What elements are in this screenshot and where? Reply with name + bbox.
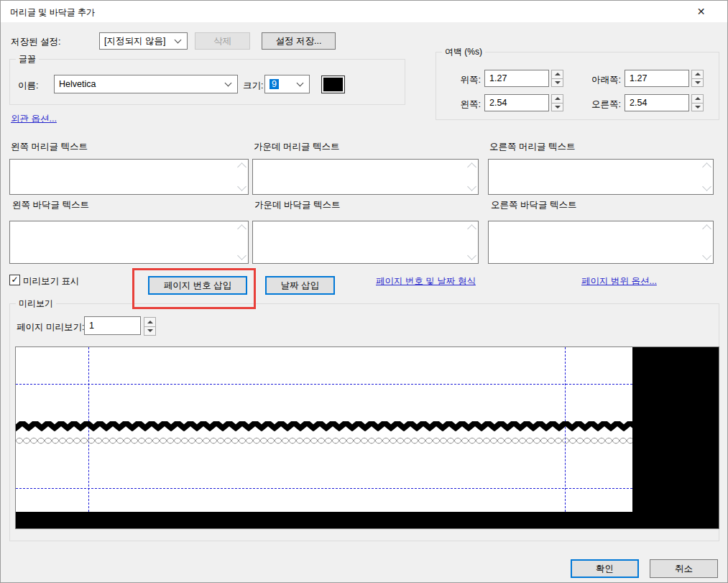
saved-settings-select[interactable]: [지정되지 않음] — [99, 32, 188, 50]
header-right-label: 오른쪽 머리글 텍스트 — [489, 141, 575, 153]
preview-canvas — [15, 346, 719, 529]
spin-up-icon — [695, 97, 701, 100]
footer-right-textarea[interactable] — [488, 221, 714, 264]
page-preview-stepper[interactable] — [144, 317, 156, 336]
font-color-swatch[interactable] — [321, 75, 345, 93]
add-header-footer-dialog: 머리글 및 바닥글 추가 ✕ 저장된 설정: [지정되지 않음] 삭제 설정 저… — [0, 0, 728, 583]
margin-bottom-stepper[interactable] — [691, 70, 704, 87]
spin-down-icon — [695, 81, 701, 84]
preview-group-label: 미리보기 — [16, 298, 56, 310]
chevron-down-icon — [225, 80, 232, 87]
saved-settings-label: 저장된 설정: — [11, 36, 60, 48]
footer-center-label: 가운데 바닥글 텍스트 — [254, 199, 340, 211]
margin-left-label: 왼쪽: — [439, 98, 481, 111]
page-range-options-link[interactable]: 페이지 범위 옵션... — [581, 275, 657, 288]
header-left-label: 왼쪽 머리글 텍스트 — [11, 141, 88, 153]
spin-up-icon — [555, 73, 561, 75]
margin-guide-horizontal-bottom — [16, 488, 632, 489]
margin-left-stepper[interactable] — [551, 94, 563, 111]
insert-page-number-button[interactable]: 페이지 번호 삽입 — [148, 276, 247, 295]
margin-right-stepper[interactable] — [691, 94, 704, 111]
margin-right-label: 오른쪽: — [568, 98, 621, 111]
header-center-label: 가운데 머리글 텍스트 — [254, 141, 339, 153]
margin-top-label: 위쪽: — [439, 74, 481, 86]
chevron-down-icon — [297, 80, 304, 87]
spin-down-icon — [555, 106, 561, 109]
spin-up-icon — [695, 73, 701, 75]
spin-up-icon — [147, 321, 153, 323]
show-preview-label: 미리보기 표시 — [23, 275, 79, 288]
font-size-value: 9 — [269, 79, 279, 89]
cancel-button[interactable]: 취소 — [650, 559, 718, 578]
ok-button[interactable]: 확인 — [571, 559, 639, 578]
page-preview-label: 페이지 미리보기: — [17, 321, 84, 334]
font-group-label: 글꼴 — [16, 53, 39, 65]
delete-settings-button[interactable]: 삭제 — [195, 32, 250, 50]
margins-group-label: 여백 (%s) — [442, 46, 485, 58]
margin-bottom-input[interactable] — [625, 70, 689, 87]
page-number-date-format-link[interactable]: 페이지 번호 및 날짜 형식 — [376, 275, 476, 288]
document-content-zigzag — [16, 421, 632, 433]
font-name-label: 이름: — [18, 80, 38, 92]
document-content-wave — [16, 436, 632, 445]
dialog-title: 머리글 및 바닥글 추가 — [10, 6, 95, 19]
font-size-select[interactable]: 9 — [264, 75, 310, 93]
close-icon[interactable]: ✕ — [685, 1, 717, 22]
margin-top-input[interactable] — [484, 70, 549, 87]
footer-left-textarea[interactable] — [9, 221, 249, 264]
margin-right-input[interactable] — [625, 94, 689, 111]
margin-guide-horizontal-top — [16, 384, 632, 385]
spin-down-icon — [695, 106, 701, 109]
spin-down-icon — [147, 329, 153, 332]
margin-left-input[interactable] — [484, 94, 549, 111]
header-right-textarea[interactable] — [488, 159, 714, 195]
preview-page-offarea — [632, 347, 719, 512]
page-preview-input[interactable] — [84, 316, 141, 335]
header-left-textarea[interactable] — [9, 159, 249, 195]
chevron-down-icon — [175, 37, 182, 44]
save-settings-button[interactable]: 설정 저장... — [262, 32, 336, 50]
footer-left-label: 왼쪽 바닥글 텍스트 — [12, 199, 89, 211]
font-name-value: Helvetica — [59, 79, 96, 89]
footer-right-label: 오른쪽 바닥글 텍스트 — [491, 199, 576, 211]
margin-bottom-label: 아래쪽: — [568, 74, 621, 86]
preview-bottom-band — [16, 512, 719, 528]
margin-top-stepper[interactable] — [551, 70, 563, 87]
spin-down-icon — [555, 81, 561, 84]
title-bar: 머리글 및 바닥글 추가 ✕ — [1, 1, 727, 22]
footer-center-textarea[interactable] — [252, 221, 479, 264]
insert-date-button[interactable]: 날짜 삽입 — [265, 276, 335, 295]
header-center-textarea[interactable] — [252, 159, 479, 195]
spin-up-icon — [555, 97, 561, 100]
font-size-label: 크기: — [243, 80, 263, 92]
appearance-options-link[interactable]: 외관 옵션... — [11, 113, 57, 125]
check-icon: ✓ — [11, 275, 18, 285]
font-name-select[interactable]: Helvetica — [54, 75, 238, 93]
saved-settings-value: [지정되지 않음] — [104, 35, 165, 47]
show-preview-checkbox[interactable]: ✓ — [9, 275, 20, 285]
